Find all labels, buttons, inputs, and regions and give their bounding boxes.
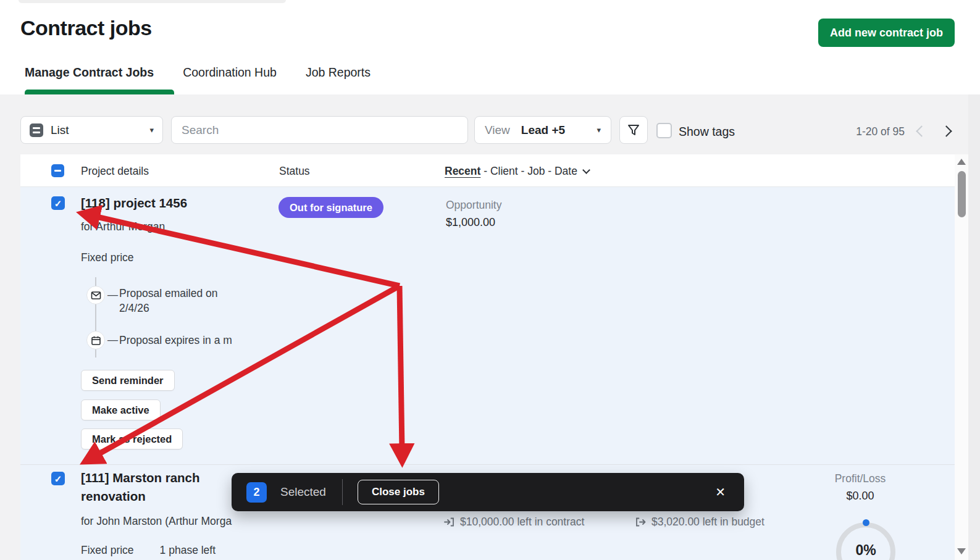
add-contract-job-button[interactable]: Add new contract job	[818, 19, 955, 47]
selection-action-bar: 2 Selected Close jobs ✕	[232, 473, 744, 511]
scroll-up-arrow-icon[interactable]	[957, 159, 966, 165]
contract-remaining: $10,000.00 left in contract	[443, 516, 584, 529]
select-all-checkbox[interactable]	[51, 164, 64, 177]
job-title[interactable]: [111] Marston ranch renovation	[81, 469, 226, 506]
tab-bar: Manage Contract Jobs Coordination Hub Jo…	[25, 65, 371, 80]
view-label: View	[485, 123, 510, 137]
selected-count-badge: 2	[246, 482, 267, 503]
column-header-project-details: Project details	[81, 165, 149, 178]
value-label: Opportunity	[446, 199, 501, 212]
timeline-node	[86, 331, 105, 349]
envelope-icon	[91, 290, 101, 301]
scrolled-element-remnant	[19, 0, 286, 3]
selected-label: Selected	[280, 485, 326, 499]
row-checkbox[interactable]: ✓	[51, 196, 65, 210]
filter-button[interactable]	[619, 116, 648, 144]
scroll-down-arrow-icon[interactable]	[957, 548, 966, 554]
job-client: for John Marston (Arthur Morga	[81, 515, 254, 528]
timeline-dash: —	[107, 289, 118, 301]
arrow-out-of-bracket-icon	[635, 516, 647, 528]
list-view-dropdown[interactable]: List ▾	[20, 116, 163, 144]
scrollbar-thumb[interactable]	[958, 171, 966, 217]
job-pricing: Fixed price1 phase left	[81, 544, 216, 557]
timeline-event: Proposal emailed on 2/4/26	[119, 286, 243, 316]
timeline-event: Proposal expires in a m	[119, 333, 254, 348]
chevron-down-icon	[582, 166, 590, 174]
tab-job-reports[interactable]: Job Reports	[306, 65, 371, 80]
send-reminder-button[interactable]: Send reminder	[81, 370, 175, 391]
search-input[interactable]	[171, 116, 468, 144]
page-title: Contract jobs	[20, 16, 152, 40]
column-header-status: Status	[279, 165, 310, 178]
job-client: for Arthur Morgan	[81, 220, 165, 233]
close-jobs-button[interactable]: Close jobs	[358, 480, 439, 504]
profit-loss-amount: $0.00	[826, 490, 894, 503]
vertical-scrollbar[interactable]	[955, 154, 968, 560]
indeterminate-mark	[54, 170, 61, 172]
sort-option-recent[interactable]: Recent	[445, 165, 480, 178]
budget-remaining: $3,020.00 left in budget	[635, 516, 764, 529]
chevron-down-icon: ▾	[597, 125, 601, 135]
view-value: Lead +5	[521, 123, 565, 137]
budget-remaining-text: $3,020.00 left in budget	[651, 516, 764, 529]
contract-remaining-text: $10,000.00 left in contract	[460, 516, 584, 529]
job-pricing: Fixed price	[81, 251, 134, 264]
pricing-type: Fixed price	[81, 544, 134, 556]
table-row[interactable]: ✓ [118] project 1456 for Arthur Morgan F…	[20, 187, 955, 464]
status-badge: Out for signature	[279, 197, 383, 218]
sort-options-rest: - Client - Job - Date	[480, 165, 577, 178]
gauge-percent: 0%	[836, 542, 895, 559]
table-header-row: Project details Status Recent - Client -…	[20, 154, 955, 187]
value-amount: $1,000.00	[446, 216, 495, 229]
timeline-node	[86, 286, 105, 304]
chevron-down-icon: ▾	[149, 125, 154, 135]
list-view-label: List	[51, 123, 69, 137]
close-icon[interactable]: ✕	[711, 482, 729, 502]
pagination-range: 1-20 of 95	[834, 125, 905, 138]
check-icon: ✓	[54, 474, 62, 483]
list-icon	[30, 123, 43, 137]
mark-as-rejected-button[interactable]: Mark as rejected	[81, 428, 183, 449]
calendar-icon	[91, 335, 101, 346]
tab-coordination-hub[interactable]: Coordination Hub	[183, 65, 277, 80]
make-active-button[interactable]: Make active	[81, 399, 161, 420]
row-checkbox[interactable]: ✓	[51, 472, 65, 485]
check-icon: ✓	[54, 199, 62, 208]
job-title[interactable]: [118] project 1456	[81, 194, 187, 212]
timeline-dash: —	[107, 334, 118, 346]
show-tags-checkbox[interactable]	[656, 123, 672, 138]
profit-loss-label: Profit/Loss	[826, 472, 894, 485]
tab-manage-contract-jobs[interactable]: Manage Contract Jobs	[25, 65, 154, 80]
arrow-into-bracket-icon	[443, 516, 455, 528]
active-tab-underline	[25, 90, 174, 94]
funnel-icon	[627, 123, 640, 137]
page-edge-strip	[968, 94, 980, 560]
view-dropdown[interactable]: View Lead +5 ▾	[474, 116, 611, 144]
phase-info: 1 phase left	[160, 544, 216, 556]
show-tags-label: Show tags	[679, 125, 735, 139]
sort-control[interactable]: Recent - Client - Job - Date	[445, 165, 589, 178]
gauge-indicator-dot	[863, 519, 869, 526]
divider	[342, 479, 343, 505]
